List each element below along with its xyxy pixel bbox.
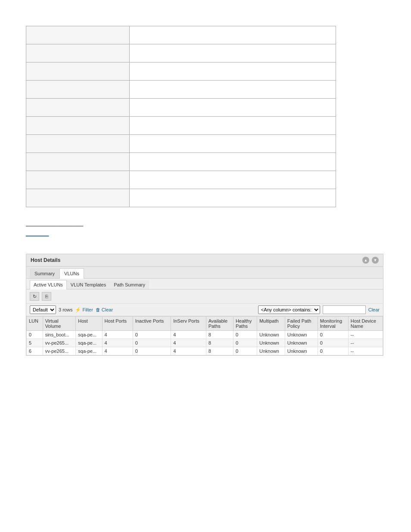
- table-cell: sqa-pe...: [76, 347, 102, 355]
- panel-header: Host Details ▲ ▼: [26, 254, 383, 267]
- table-row: [26, 135, 336, 153]
- table-cell: sins_boot...: [43, 331, 76, 339]
- table-row: [26, 81, 336, 99]
- table-cell: 0: [318, 347, 348, 355]
- table-cell: --: [348, 339, 383, 347]
- property-label: [26, 81, 130, 99]
- clear-link[interactable]: Clear: [368, 307, 380, 312]
- table-cell: 4: [171, 347, 206, 355]
- property-value: [129, 171, 336, 189]
- property-label: [26, 117, 130, 135]
- vlun-table: LUN VirtualVolume Host Host Ports Inacti…: [26, 316, 383, 355]
- host-details-panel: Host Details ▲ ▼ Summary VLUNs Active VL…: [26, 254, 383, 356]
- sub-tab-vlun-templates[interactable]: VLUN Templates: [67, 280, 110, 289]
- refresh-button[interactable]: ↻: [30, 292, 39, 301]
- property-value: [129, 153, 336, 171]
- collapse-icon[interactable]: ▲: [362, 257, 369, 264]
- table-cell: sqa-pe...: [76, 339, 102, 347]
- table-cell: 0: [233, 347, 257, 355]
- table-cell: Unknown: [285, 331, 318, 339]
- table-cell: 4: [102, 347, 133, 355]
- table-row: [26, 62, 336, 81]
- col-virtual-volume: VirtualVolume: [43, 317, 76, 331]
- table-cell: --: [348, 331, 383, 339]
- table-cell: Unknown: [285, 347, 318, 355]
- col-host-device-name: Host DeviceName: [348, 317, 383, 331]
- link2[interactable]: ________: [26, 230, 49, 236]
- table-cell: 0: [133, 347, 171, 355]
- link-section-2: ________: [26, 230, 385, 236]
- table-cell: 0: [27, 331, 43, 339]
- filter-icon: ⚡: [75, 307, 81, 313]
- clear-filter-link[interactable]: 🗑 Clear: [96, 307, 113, 312]
- table-cell: sqa-pe...: [76, 331, 102, 339]
- table-row: [26, 44, 336, 62]
- table-cell: 0: [318, 331, 348, 339]
- col-healthy-paths: HealthyPaths: [233, 317, 257, 331]
- table-row: [26, 99, 336, 117]
- table-row: [26, 189, 336, 207]
- table-row[interactable]: 0sins_boot...sqa-pe...40480UnknownUnknow…: [27, 331, 383, 339]
- table-cell: --: [348, 347, 383, 355]
- table-cell: 8: [206, 339, 233, 347]
- property-label: [26, 135, 130, 153]
- property-label: [26, 44, 130, 62]
- table-cell: 4: [171, 339, 206, 347]
- clear-filter-icon: 🗑: [96, 307, 100, 312]
- link1[interactable]: ____________________: [26, 220, 83, 227]
- property-label: [26, 62, 130, 81]
- table-cell: 4: [171, 331, 206, 339]
- property-value: [129, 44, 336, 62]
- property-value: [129, 99, 336, 117]
- table-cell: 0: [318, 339, 348, 347]
- table-cell: Unknown: [257, 331, 285, 339]
- tab-vluns[interactable]: VLUNs: [59, 268, 84, 279]
- sub-tabs-bar: Active VLUNs VLUN Templates Path Summary: [26, 279, 383, 289]
- preset-select[interactable]: Default: [30, 305, 56, 314]
- table-cell: vv-pe265...: [43, 347, 76, 355]
- property-label: [26, 26, 130, 44]
- main-tabs-bar: Summary VLUNs: [26, 267, 383, 279]
- property-value: [129, 81, 336, 99]
- table-cell: 0: [233, 339, 257, 347]
- property-label: [26, 153, 130, 171]
- table-cell: 6: [27, 347, 43, 355]
- property-label: [26, 171, 130, 189]
- property-value: [129, 117, 336, 135]
- table-row: [26, 171, 336, 189]
- table-row[interactable]: 5vv-pe265...sqa-pe...40480UnknownUnknown…: [27, 339, 383, 347]
- clear-filter-label: Clear: [102, 307, 113, 312]
- sub-tab-active-vluns[interactable]: Active VLUNs: [30, 280, 67, 289]
- rows-count: 3 rows: [59, 307, 72, 312]
- table-cell: Unknown: [257, 347, 285, 355]
- close-icon[interactable]: ▼: [372, 257, 379, 264]
- panel-icons: ▲ ▼: [362, 257, 379, 264]
- filter-link[interactable]: ⚡ Filter: [75, 307, 93, 313]
- table-row[interactable]: 6vv-pe265...sqa-pe...40480UnknownUnknown…: [27, 347, 383, 355]
- table-cell: 8: [206, 347, 233, 355]
- table-cell: 0: [233, 331, 257, 339]
- table-row: [26, 117, 336, 135]
- col-host-ports: Host Ports: [102, 317, 133, 331]
- table-row: [26, 26, 336, 44]
- col-monitoring-interval: MonitoringInterval: [318, 317, 348, 331]
- table-cell: 0: [133, 331, 171, 339]
- filter-label: Filter: [82, 307, 93, 312]
- col-inactive-ports: Inactive Ports: [133, 317, 171, 331]
- tab-summary[interactable]: Summary: [30, 268, 59, 278]
- table-cell: Unknown: [257, 339, 285, 347]
- property-value: [129, 189, 336, 207]
- col-host: Host: [76, 317, 102, 331]
- filter-input[interactable]: [323, 305, 366, 314]
- properties-table: [26, 26, 336, 207]
- copy-button[interactable]: ⎘: [42, 292, 51, 301]
- property-value: [129, 26, 336, 44]
- sub-tab-path-summary[interactable]: Path Summary: [110, 280, 149, 289]
- link-section: ____________________: [26, 220, 385, 226]
- col-lun: LUN: [27, 317, 43, 331]
- col-available-paths: AvailablePaths: [206, 317, 233, 331]
- column-filter-select[interactable]: <Any column> contains:: [258, 305, 320, 314]
- panel-title: Host Details: [31, 257, 60, 263]
- property-label: [26, 99, 130, 117]
- toolbar: ↻ ⎘: [26, 289, 383, 304]
